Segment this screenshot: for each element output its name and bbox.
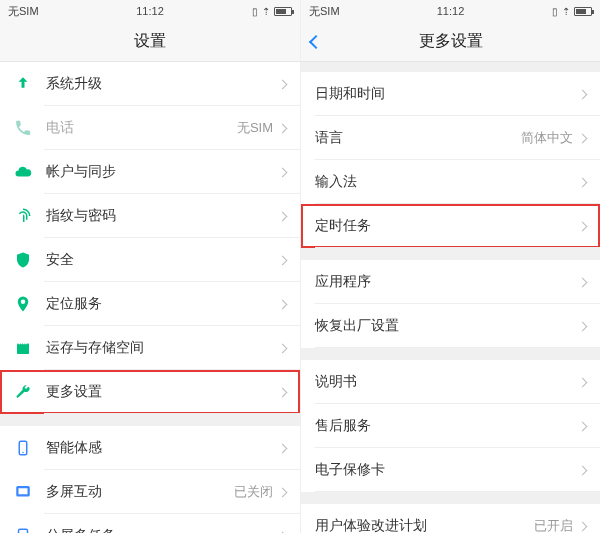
row-label: 智能体感 [46, 439, 279, 457]
row-value: 无SIM [237, 119, 273, 137]
page-title: 设置 [134, 31, 166, 52]
chevron-right-icon [578, 421, 588, 431]
chevron-right-icon [578, 377, 588, 387]
list-item[interactable]: 说明书 [301, 360, 600, 404]
battery-icon [274, 7, 292, 16]
list-item[interactable]: 安全 [0, 238, 300, 282]
vibrate-icon: ▯ [252, 6, 258, 17]
chevron-left-icon [309, 34, 323, 48]
list-item[interactable]: 定位服务 [0, 282, 300, 326]
section-gap [0, 414, 300, 426]
row-label: 应用程序 [315, 273, 579, 291]
motion-icon [14, 439, 32, 457]
list-item[interactable]: 指纹与密码 [0, 194, 300, 238]
section-gap [301, 492, 600, 504]
row-label: 售后服务 [315, 417, 579, 435]
status-bar: 无SIM 11:12 ▯ ⇡ [0, 0, 300, 22]
chevron-right-icon [578, 177, 588, 187]
list-item[interactable]: 应用程序 [301, 260, 600, 304]
row-label: 更多设置 [46, 383, 279, 401]
wrench-icon [14, 383, 32, 401]
section-gap [301, 248, 600, 260]
row-label: 运存与存储空间 [46, 339, 279, 357]
row-label: 说明书 [315, 373, 579, 391]
svg-rect-1 [19, 341, 21, 344]
chevron-right-icon [278, 123, 288, 133]
wifi-icon: ⇡ [262, 6, 270, 17]
sim-status: 无SIM [309, 4, 340, 19]
chevron-right-icon [278, 387, 288, 397]
status-bar: 无SIM 11:12 ▯ ⇡ [301, 0, 600, 22]
list-item[interactable]: 恢复出厂设置 [301, 304, 600, 348]
row-label: 电子保修卡 [315, 461, 579, 479]
back-button[interactable] [311, 22, 321, 61]
row-label: 恢复出厂设置 [315, 317, 579, 335]
settings-list: 系统升级电话无SIM帐户与同步指纹与密码安全定位服务运存与存储空间更多设置智能体… [0, 62, 300, 533]
list-item[interactable]: 电子保修卡 [301, 448, 600, 492]
list-item[interactable]: 更多设置 [0, 370, 300, 414]
list-item[interactable]: 分屏多任务 [0, 514, 300, 533]
row-label: 多屏互动 [46, 483, 234, 501]
row-label: 安全 [46, 251, 279, 269]
list-item[interactable]: 电话无SIM [0, 106, 300, 150]
page-title: 更多设置 [419, 31, 483, 52]
row-value: 已开启 [534, 517, 573, 533]
list-item[interactable]: 日期和时间 [301, 72, 600, 116]
list-item[interactable]: 售后服务 [301, 404, 600, 448]
chevron-right-icon [578, 221, 588, 231]
chevron-right-icon [278, 79, 288, 89]
list-item[interactable]: 多屏互动已关闭 [0, 470, 300, 514]
row-label: 语言 [315, 129, 521, 147]
svg-rect-3 [23, 341, 25, 344]
settings-pane: 无SIM 11:12 ▯ ⇡ 设置 系统升级电话无SIM帐户与同步指纹与密码安全… [0, 0, 300, 533]
section-gap [301, 348, 600, 360]
list-item[interactable]: 智能体感 [0, 426, 300, 470]
chevron-right-icon [578, 521, 588, 531]
chevron-right-icon [278, 299, 288, 309]
wifi-icon: ⇡ [562, 6, 570, 17]
list-item[interactable]: 定时任务 [301, 204, 600, 248]
list-item[interactable]: 运存与存储空间 [0, 326, 300, 370]
row-value: 简体中文 [521, 129, 573, 147]
row-label: 系统升级 [46, 75, 279, 93]
row-label: 定位服务 [46, 295, 279, 313]
chevron-right-icon [278, 167, 288, 177]
row-label: 定时任务 [315, 217, 579, 235]
chevron-right-icon [578, 133, 588, 143]
svg-rect-9 [19, 529, 28, 533]
battery-icon [574, 7, 592, 16]
row-label: 电话 [46, 119, 237, 137]
row-value: 已关闭 [234, 483, 273, 501]
list-item[interactable]: 系统升级 [0, 62, 300, 106]
chevron-right-icon [278, 487, 288, 497]
chevron-right-icon [278, 343, 288, 353]
row-label: 分屏多任务 [46, 527, 279, 533]
row-label: 用户体验改进计划 [315, 517, 534, 533]
more-settings-list: 日期和时间语言简体中文输入法定时任务应用程序恢复出厂设置说明书售后服务电子保修卡… [301, 62, 600, 533]
fingerprint-icon [14, 207, 32, 225]
list-item[interactable]: 语言简体中文 [301, 116, 600, 160]
row-label: 帐户与同步 [46, 163, 279, 181]
chevron-right-icon [278, 443, 288, 453]
location-icon [14, 295, 32, 313]
row-label: 指纹与密码 [46, 207, 279, 225]
chevron-right-icon [578, 321, 588, 331]
svg-rect-4 [25, 341, 27, 344]
svg-rect-8 [19, 488, 28, 494]
row-label: 日期和时间 [315, 85, 579, 103]
list-item[interactable]: 输入法 [301, 160, 600, 204]
chevron-right-icon [578, 465, 588, 475]
shield-icon [14, 251, 32, 269]
chevron-right-icon [578, 277, 588, 287]
multitask-icon [14, 527, 32, 533]
cast-icon [14, 483, 32, 501]
row-label: 输入法 [315, 173, 579, 191]
list-item[interactable]: 帐户与同步 [0, 150, 300, 194]
phone-icon [14, 119, 32, 137]
chevron-right-icon [578, 89, 588, 99]
more-settings-pane: 无SIM 11:12 ▯ ⇡ 更多设置 日期和时间语言简体中文输入法定时任务应用… [300, 0, 600, 533]
list-item[interactable]: 用户体验改进计划已开启 [301, 504, 600, 533]
vibrate-icon: ▯ [552, 6, 558, 17]
nav-bar: 设置 [0, 22, 300, 62]
chevron-right-icon [278, 255, 288, 265]
